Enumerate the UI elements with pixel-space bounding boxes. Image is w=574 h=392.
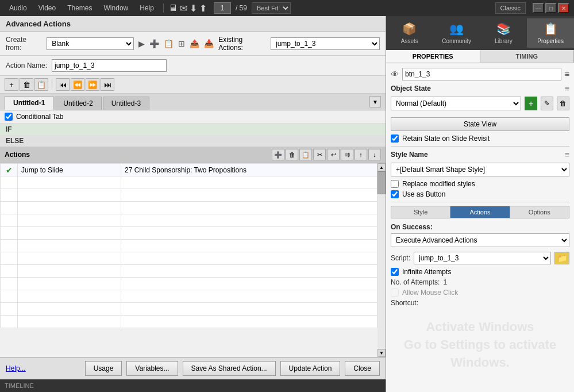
save-shared-btn[interactable]: Save As Shared Action... — [183, 361, 276, 376]
page-total: / 59 — [236, 4, 247, 12]
menu-window[interactable]: Window — [99, 3, 133, 13]
action-row-1[interactable]: ✔ Jump to Slide 27 Child Sponsorship: Tw… — [1, 164, 377, 176]
retain-state-checkbox[interactable] — [391, 134, 399, 143]
add-icon[interactable]: ➕ — [149, 39, 159, 48]
usage-btn[interactable]: Usage — [85, 361, 122, 376]
assets-icon-btn[interactable]: 📦 Assets — [386, 18, 433, 48]
on-success-select[interactable]: Execute Advanced Actions — [391, 233, 569, 247]
action-row-empty-11[interactable] — [1, 303, 377, 316]
library-icon-btn[interactable]: 📚 Library — [480, 18, 527, 48]
action-row-empty-1[interactable] — [1, 176, 377, 189]
state-view-btn[interactable]: State View — [391, 117, 569, 131]
copy-action-btn[interactable]: 📋 — [34, 78, 48, 91]
variables-btn[interactable]: Variables... — [126, 361, 178, 376]
infinite-attempts-label: Infinite Attempts — [402, 268, 451, 276]
at-cut-btn[interactable]: ✂ — [313, 149, 326, 160]
replace-modified-checkbox[interactable] — [391, 180, 399, 188]
at-copy-btn[interactable]: 📋 — [299, 149, 312, 160]
style-tab-actions[interactable]: Actions — [450, 206, 510, 218]
script-select[interactable]: jump_to_1_3 — [414, 252, 551, 264]
toolbar-icon-down[interactable]: ⬇ — [190, 3, 197, 14]
existing-actions-select[interactable]: jump_to_1_3 — [271, 37, 380, 50]
action-row-empty-6[interactable] — [1, 240, 377, 252]
menu-help[interactable]: Help — [135, 3, 159, 13]
tab-untitled-2[interactable]: Untitled-2 — [55, 97, 101, 110]
menu-themes[interactable]: Themes — [63, 3, 97, 13]
close-btn[interactable]: ✕ — [558, 3, 569, 13]
back-btn[interactable]: ⏪ — [71, 78, 84, 91]
divider-1 — [391, 146, 569, 147]
delete-action-btn[interactable]: 🗑 — [20, 78, 33, 91]
action-row-empty-3[interactable] — [1, 202, 377, 214]
prev-btn[interactable]: ⏮ — [56, 78, 70, 91]
prop-tab-timing[interactable]: TIMING — [480, 50, 575, 63]
scroll-down-arrow[interactable]: ▼ — [377, 349, 386, 357]
tab-dropdown[interactable]: ▼ — [369, 96, 381, 107]
import-icon[interactable]: 📥 — [204, 39, 214, 48]
edit-state-btn[interactable]: ✎ — [541, 97, 553, 110]
toolbar-icon-monitor[interactable]: 🖥 — [168, 3, 178, 13]
tab-untitled-3[interactable]: Untitled-3 — [103, 97, 149, 110]
right-scrollbar[interactable]: ▲ ▼ — [377, 163, 386, 357]
folder-btn[interactable]: 📁 — [554, 252, 569, 264]
at-down-btn[interactable]: ↓ — [368, 149, 381, 160]
fwd-btn[interactable]: ⏩ — [86, 78, 99, 91]
allow-mouse-checkbox[interactable] — [391, 289, 399, 297]
add-state-btn[interactable]: + — [525, 97, 537, 110]
scroll-track[interactable] — [377, 171, 386, 349]
help-link[interactable]: Help... — [6, 364, 26, 372]
action-row-empty-4[interactable] — [1, 214, 377, 227]
style-name-options-icon[interactable]: ≡ — [565, 150, 569, 159]
action-row-empty-5[interactable] — [1, 227, 377, 240]
scroll-up-arrow[interactable]: ▲ — [377, 163, 386, 171]
classic-btn[interactable]: Classic — [495, 2, 526, 14]
at-add-btn[interactable]: ➕ — [272, 149, 284, 160]
close-btn-bottom[interactable]: Close — [345, 361, 380, 376]
conditional-tab-checkbox[interactable] — [5, 113, 13, 121]
scroll-thumb[interactable] — [377, 171, 386, 194]
use-as-button-checkbox[interactable] — [391, 190, 399, 198]
options-icon[interactable]: ≡ — [565, 70, 569, 79]
action-row-empty-2[interactable] — [1, 189, 377, 202]
maximize-btn[interactable]: □ — [545, 3, 557, 13]
assets-label: Assets — [401, 38, 418, 44]
action-row-empty-10[interactable] — [1, 290, 377, 303]
toolbar-icon-mail[interactable]: ✉ — [180, 3, 187, 14]
at-redo-btn[interactable]: ⇉ — [341, 149, 353, 160]
state-dropdown[interactable]: Normal (Default) — [391, 97, 521, 110]
last-btn[interactable]: ⏭ — [101, 78, 114, 91]
style-tab-style[interactable]: Style — [391, 206, 450, 218]
prop-tab-properties[interactable]: PROPERTIES — [386, 50, 480, 63]
at-del-btn[interactable]: 🗑 — [286, 149, 298, 160]
play-icon[interactable]: ▶ — [138, 39, 145, 48]
del-state-btn[interactable]: 🗑 — [557, 97, 569, 110]
action-row-empty-8[interactable] — [1, 265, 377, 278]
object-state-options-icon[interactable]: ≡ — [565, 84, 569, 93]
create-from-select[interactable]: Blank — [47, 37, 134, 50]
properties-icon-btn[interactable]: 📋 Properties — [527, 18, 574, 48]
style-tab-options[interactable]: Options — [510, 206, 569, 218]
action-name-input[interactable] — [52, 59, 167, 72]
export-icon[interactable]: 📤 — [190, 39, 199, 48]
tab-untitled-1[interactable]: Untitled-1 — [5, 96, 53, 110]
page-number-input[interactable] — [214, 2, 231, 14]
action-row-empty-12[interactable] — [1, 316, 377, 328]
visibility-icon[interactable]: 👁 — [391, 70, 399, 79]
at-up-btn[interactable]: ↑ — [355, 149, 367, 160]
action-row-empty-7[interactable] — [1, 252, 377, 265]
style-name-select[interactable]: +[Default Smart Shape Style] — [391, 163, 569, 176]
update-action-btn[interactable]: Update Action — [280, 361, 341, 376]
menu-video[interactable]: Video — [34, 3, 60, 13]
infinite-attempts-checkbox[interactable] — [391, 268, 399, 276]
add-action-btn[interactable]: + — [5, 78, 18, 91]
toolbar-icon-up[interactable]: ⬆ — [199, 3, 207, 14]
menu-audio[interactable]: Audio — [5, 3, 32, 13]
minimize-btn[interactable]: — — [533, 3, 544, 13]
community-icon-btn[interactable]: 👥 Community — [433, 18, 480, 48]
action-row-empty-9[interactable] — [1, 278, 377, 290]
fit-dropdown[interactable]: Best Fit 100% 75% — [252, 2, 291, 14]
object-name-input[interactable] — [402, 68, 561, 80]
grid-icon[interactable]: ⊞ — [178, 39, 185, 48]
at-undo-btn[interactable]: ↩ — [327, 149, 340, 160]
copy-icon[interactable]: 📋 — [164, 39, 174, 48]
